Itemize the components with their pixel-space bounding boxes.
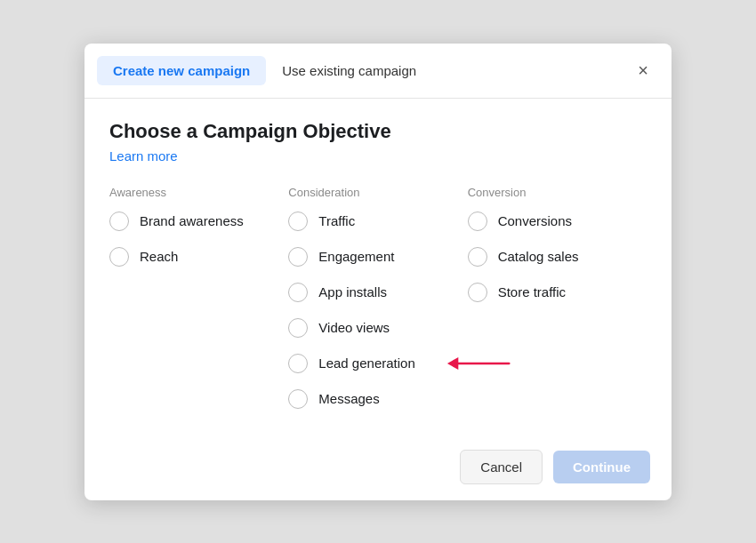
option-engagement[interactable]: Engagement [288,247,467,267]
option-store-traffic[interactable]: Store traffic [468,283,647,302]
catalog-sales-label: Catalog sales [498,249,579,264]
modal-title: Choose a Campaign Objective [109,120,647,143]
radio-brand-awareness [109,212,129,231]
objectives-grid: Awareness Brand awareness Reach Consider… [109,186,647,425]
option-app-installs[interactable]: App installs [288,283,467,302]
option-traffic[interactable]: Traffic [288,212,467,231]
option-conversions[interactable]: Conversions [468,212,647,231]
modal-header: Create new campaign Use existing campaig… [84,44,672,99]
svg-marker-1 [447,356,458,369]
option-messages[interactable]: Messages [288,389,467,409]
messages-label: Messages [318,391,379,406]
engagement-label: Engagement [318,249,394,264]
video-views-label: Video views [318,320,390,335]
campaign-modal: Create new campaign Use existing campaig… [84,44,672,500]
modal-footer: Cancel Continue [84,439,672,500]
traffic-label: Traffic [318,213,355,228]
option-reach[interactable]: Reach [109,247,288,267]
option-video-views[interactable]: Video views [288,318,467,338]
radio-messages [288,389,308,409]
radio-lead-generation [288,354,308,373]
option-brand-awareness[interactable]: Brand awareness [109,212,288,231]
option-lead-generation[interactable]: Lead generation [288,354,467,373]
consideration-column: Consideration Traffic Engagement App ins… [288,186,467,425]
radio-store-traffic [468,283,487,302]
store-traffic-label: Store traffic [498,284,566,299]
option-catalog-sales[interactable]: Catalog sales [468,247,647,267]
conversions-label: Conversions [498,213,572,228]
radio-catalog-sales [468,247,487,267]
lead-generation-label: Lead generation [318,355,414,371]
brand-awareness-label: Brand awareness [140,213,244,228]
conversion-label: Conversion [468,186,647,199]
consideration-label: Consideration [288,186,467,199]
arrow-indicator [439,350,511,377]
radio-conversions [468,212,487,231]
radio-reach [109,247,129,267]
create-new-campaign-tab[interactable]: Create new campaign [97,56,266,85]
conversion-column: Conversion Conversions Catalog sales Sto… [468,186,647,425]
use-existing-campaign-tab[interactable]: Use existing campaign [266,56,432,85]
radio-traffic [288,212,308,231]
learn-more-link[interactable]: Learn more [109,148,178,164]
awareness-column: Awareness Brand awareness Reach [109,186,288,425]
cancel-button[interactable]: Cancel [460,450,543,484]
continue-button[interactable]: Continue [553,451,650,483]
radio-video-views [288,318,308,338]
close-button[interactable]: × [632,60,654,81]
reach-label: Reach [140,249,178,264]
app-installs-label: App installs [318,284,387,299]
awareness-label: Awareness [109,186,288,199]
radio-engagement [288,247,308,267]
modal-body: Choose a Campaign Objective Learn more A… [84,99,672,439]
radio-app-installs [288,283,308,302]
